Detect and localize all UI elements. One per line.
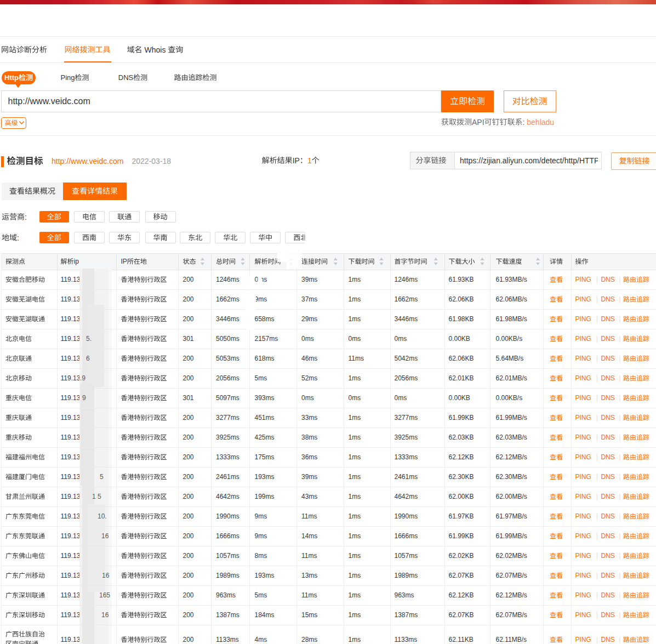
svg-text:DNS: DNS [601,532,614,540]
svg-text:61.98KB: 61.98KB [449,315,474,323]
svg-text:1246ms: 1246ms [216,276,239,283]
svg-text:PING: PING [575,355,591,362]
svg-text:62.00KB: 62.00KB [449,493,474,500]
svg-text:0ms: 0ms [301,394,314,402]
svg-text:DNS: DNS [601,493,614,500]
svg-text:2461ms: 2461ms [395,473,418,481]
svg-text:9ms: 9ms [255,295,267,303]
svg-text:62.12MB/s: 62.12MB/s [496,453,527,461]
svg-text:PING: PING [575,434,591,441]
svg-text:|: | [596,512,598,520]
svg-text:DNS: DNS [601,335,614,343]
svg-text:61.93KB: 61.93KB [449,276,474,283]
svg-text:11ms: 11ms [301,512,317,520]
svg-text:DNS: DNS [601,636,614,643]
svg-text:62.01KB: 62.01KB [449,374,474,382]
svg-text:https://zijian.aliyun.com/dete: https://zijian.aliyun.com/detect/http/HT… [460,156,619,165]
svg-text:3925ms: 3925ms [216,434,239,441]
svg-text:62.02MB/s: 62.02MB/s [496,552,527,560]
svg-text:DNS: DNS [601,374,614,382]
svg-text:3925ms: 3925ms [395,434,418,441]
svg-text:1989ms: 1989ms [395,572,418,579]
svg-text:8ms: 8ms [255,552,267,560]
svg-text:1ms: 1ms [349,611,361,619]
svg-text:200: 200 [183,295,194,303]
svg-text:200: 200 [183,611,194,619]
svg-text:|: | [619,552,620,560]
svg-text:62.07MB/s: 62.07MB/s [496,611,527,619]
svg-text:4642ms: 4642ms [395,493,418,500]
svg-text:1ms: 1ms [349,572,361,579]
svg-text:39ms: 39ms [301,276,317,283]
svg-text:|: | [596,532,598,540]
svg-text:DNS: DNS [601,394,614,402]
svg-text:200: 200 [183,473,194,481]
svg-text:62.06MB/s: 62.06MB/s [496,295,527,303]
svg-text:PING: PING [575,394,591,402]
svg-text:13ms: 13ms [301,572,317,579]
svg-text:http://www.veidc.com: http://www.veidc.com [8,96,90,106]
svg-text:1989ms: 1989ms [216,572,239,579]
svg-text:PING: PING [575,473,591,481]
svg-text:963ms: 963ms [395,591,414,599]
svg-text:36ms: 36ms [301,453,317,461]
svg-text:33ms: 33ms [301,414,317,421]
svg-text:DNS: DNS [601,591,614,599]
svg-text:200: 200 [183,276,194,283]
svg-text:2157ms: 2157ms [255,335,278,343]
svg-text:.9: .9 [80,374,85,382]
svg-text:DNS: DNS [601,295,614,303]
svg-text:1ms: 1ms [349,591,361,599]
svg-text:DNS: DNS [118,73,134,82]
svg-text:PING: PING [575,414,591,421]
svg-text:62.06KB: 62.06KB [449,295,474,303]
svg-text:1: 1 [307,156,312,165]
svg-text:1990ms: 1990ms [395,512,418,520]
svg-text:0ms: 0ms [349,335,361,343]
svg-text:API: API [472,118,484,127]
svg-text:DNS: DNS [601,512,614,520]
svg-text:62.00MB/s: 62.00MB/s [496,493,527,500]
svg-text:1387ms: 1387ms [395,611,418,619]
svg-text:2022-03-18: 2022-03-18 [132,157,172,166]
svg-text:PING: PING [575,276,591,283]
svg-text:184ms: 184ms [255,611,275,619]
svg-text:200: 200 [183,355,194,362]
svg-text:|: | [596,315,598,323]
svg-text:1ms: 1ms [349,532,361,540]
svg-text:9ms: 9ms [255,512,267,520]
svg-text:Ping: Ping [61,73,75,82]
svg-text:38ms: 38ms [301,434,317,441]
svg-text:301: 301 [183,335,194,343]
svg-text:|: | [596,434,598,441]
svg-text:|: | [596,295,598,303]
svg-text::: : [523,118,527,127]
svg-text:PING: PING [575,591,591,599]
svg-text:|: | [596,591,598,599]
svg-text:5.64MB/s: 5.64MB/s [496,355,524,362]
svg-text:5.: 5. [86,335,92,343]
svg-text:PING: PING [575,453,591,461]
svg-text:62.01MB/s: 62.01MB/s [496,374,527,382]
svg-text:11ms: 11ms [349,355,364,362]
svg-text:0ms: 0ms [395,335,407,343]
svg-text:61.99KB: 61.99KB [449,532,474,540]
svg-text:|: | [619,512,620,520]
svg-text:DNS: DNS [601,315,614,323]
svg-text:5042ms: 5042ms [395,355,418,362]
svg-text:0.00KB/s: 0.00KB/s [496,335,523,343]
svg-text:1990ms: 1990ms [216,512,239,520]
svg-text:200: 200 [183,315,194,323]
svg-text:4642ms: 4642ms [216,493,239,500]
svg-text:5050ms: 5050ms [216,335,239,343]
svg-text:62.11KB: 62.11KB [449,636,474,643]
svg-text:2056ms: 2056ms [395,374,418,382]
svg-text:1ms: 1ms [349,276,361,283]
svg-text:DNS: DNS [601,355,614,362]
svg-text:200: 200 [183,414,194,421]
svg-text:|: | [619,532,620,540]
svg-text:1ms: 1ms [349,374,361,382]
svg-text:DNS: DNS [601,276,614,283]
svg-text:9ms: 9ms [255,532,267,540]
svg-text:0ms: 0ms [395,394,407,402]
